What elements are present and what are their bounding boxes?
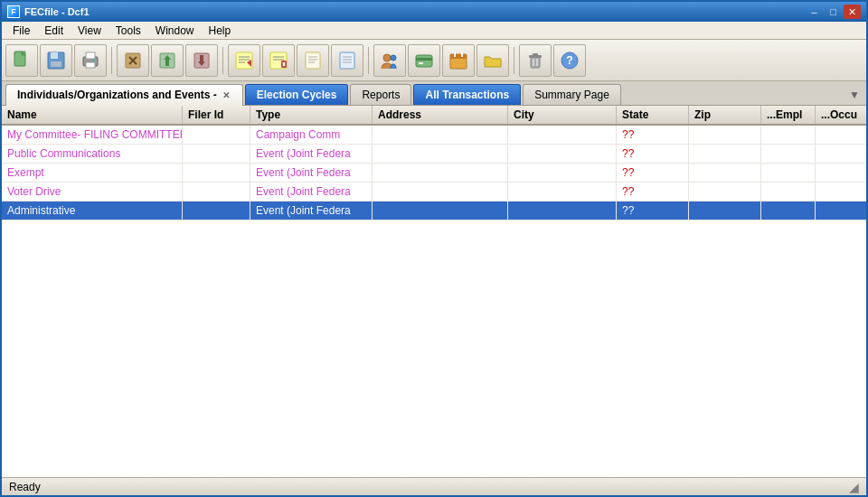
accounts-button[interactable] bbox=[408, 44, 440, 77]
window-title: FECfile - Dcf1 bbox=[24, 6, 90, 17]
tab-container: Individuals/Organizations and Events - ✕… bbox=[2, 81, 866, 106]
svg-point-8 bbox=[93, 59, 96, 61]
status-text: Ready bbox=[9, 481, 41, 493]
tab-individuals[interactable]: Individuals/Organizations and Events - ✕ bbox=[5, 84, 243, 106]
delete-button[interactable] bbox=[262, 44, 295, 77]
tab-summary-page[interactable]: Summary Page bbox=[523, 84, 621, 105]
cell-empl bbox=[761, 145, 816, 163]
col-header-empl[interactable]: ...Empl bbox=[761, 106, 816, 124]
svg-rect-14 bbox=[165, 60, 169, 66]
cell-address bbox=[373, 183, 508, 201]
table-header: Name Filer Id Type Address City State Zi… bbox=[2, 106, 866, 126]
table-row[interactable]: Exempt Event (Joint Federa ?? bbox=[2, 164, 866, 183]
svg-rect-29 bbox=[306, 52, 320, 69]
menu-window[interactable]: Window bbox=[148, 23, 202, 39]
contacts-button[interactable] bbox=[373, 44, 406, 77]
notes-button[interactable] bbox=[297, 44, 329, 77]
col-header-occu[interactable]: ...Occu bbox=[816, 106, 866, 124]
cell-address bbox=[373, 126, 508, 144]
calendar-button[interactable] bbox=[442, 44, 475, 77]
cell-name: Exempt bbox=[2, 164, 183, 182]
import-button[interactable] bbox=[151, 44, 184, 77]
edit-button[interactable] bbox=[228, 44, 260, 77]
tab-election-cycles[interactable]: Election Cycles bbox=[245, 84, 349, 105]
cut-button[interactable] bbox=[117, 44, 149, 77]
cell-state: ?? bbox=[617, 145, 689, 163]
cell-filer bbox=[183, 164, 250, 182]
print-button[interactable] bbox=[74, 44, 107, 77]
cell-name: Administrative bbox=[2, 202, 183, 220]
col-header-state[interactable]: State bbox=[617, 106, 689, 124]
menu-tools[interactable]: Tools bbox=[108, 23, 148, 39]
cell-empl bbox=[761, 183, 816, 201]
cell-filer bbox=[183, 202, 250, 220]
resize-grip[interactable]: ◢ bbox=[849, 480, 859, 494]
menu-edit[interactable]: Edit bbox=[37, 23, 71, 39]
cell-state: ?? bbox=[617, 202, 689, 220]
menu-view[interactable]: View bbox=[71, 23, 108, 39]
cell-city bbox=[508, 202, 617, 220]
tab-all-transactions[interactable]: All Transactions bbox=[413, 84, 521, 105]
col-header-type[interactable]: Type bbox=[250, 106, 373, 124]
cell-empl bbox=[761, 126, 816, 144]
tab-reports[interactable]: Reports bbox=[350, 84, 411, 105]
svg-rect-17 bbox=[200, 55, 203, 61]
cell-name: Voter Drive bbox=[2, 183, 183, 201]
svg-point-37 bbox=[383, 54, 391, 61]
col-header-zip[interactable]: Zip bbox=[689, 106, 761, 124]
cell-name: Public Communications bbox=[2, 145, 183, 163]
svg-rect-7 bbox=[86, 62, 95, 68]
title-bar: F FECfile - Dcf1 – □ ✕ bbox=[2, 2, 866, 22]
toolbar-separator-2 bbox=[222, 47, 223, 74]
cell-type: Event (Joint Federa bbox=[250, 202, 373, 220]
folder-button[interactable] bbox=[476, 44, 509, 77]
new-button[interactable] bbox=[5, 44, 38, 77]
table-row[interactable]: Public Communications Event (Joint Feder… bbox=[2, 145, 866, 164]
col-header-name[interactable]: Name bbox=[2, 106, 183, 124]
toolbar-separator-1 bbox=[111, 47, 112, 74]
cell-type: Campaign Comm bbox=[250, 126, 373, 144]
close-button[interactable]: ✕ bbox=[844, 5, 861, 19]
save-button[interactable] bbox=[40, 44, 72, 77]
toolbar-separator-4 bbox=[514, 47, 514, 74]
cell-address bbox=[373, 202, 508, 220]
table-row[interactable]: Voter Drive Event (Joint Federa ?? bbox=[2, 183, 866, 202]
svg-rect-43 bbox=[450, 54, 467, 59]
cell-address bbox=[373, 164, 508, 182]
svg-rect-48 bbox=[533, 53, 538, 56]
cell-occu bbox=[816, 183, 866, 201]
minimize-button[interactable]: – bbox=[806, 5, 823, 19]
cell-city bbox=[508, 183, 617, 201]
table-row[interactable]: My Committee- FILING COMMITTEE Campaign … bbox=[2, 126, 866, 145]
menu-file[interactable]: File bbox=[5, 23, 37, 39]
svg-rect-46 bbox=[531, 57, 540, 68]
help-button[interactable]: ? bbox=[553, 44, 586, 77]
col-header-city[interactable]: City bbox=[508, 106, 617, 124]
toolbar: ? bbox=[2, 40, 866, 81]
menu-help[interactable]: Help bbox=[202, 23, 239, 39]
tab-dropdown-button[interactable]: ▼ bbox=[846, 87, 863, 103]
cell-zip bbox=[689, 126, 761, 144]
svg-rect-3 bbox=[51, 52, 58, 59]
cell-zip bbox=[689, 183, 761, 201]
cell-state: ?? bbox=[617, 126, 689, 144]
svg-rect-33 bbox=[340, 52, 354, 69]
svg-rect-18 bbox=[236, 52, 252, 69]
cell-type: Event (Joint Federa bbox=[250, 145, 373, 163]
table-row[interactable]: Administrative Event (Joint Federa ?? bbox=[2, 202, 866, 220]
status-bar: Ready ◢ bbox=[2, 477, 866, 495]
transactions-button[interactable] bbox=[331, 44, 363, 77]
toolbar-separator-3 bbox=[368, 47, 369, 74]
tab-close-individuals[interactable]: ✕ bbox=[221, 90, 231, 100]
maximize-button[interactable]: □ bbox=[825, 5, 842, 19]
col-header-address[interactable]: Address bbox=[373, 106, 508, 124]
app-window: F FECfile - Dcf1 – □ ✕ File Edit View To… bbox=[0, 0, 868, 497]
svg-rect-4 bbox=[51, 61, 61, 67]
cell-occu bbox=[816, 202, 866, 220]
export-button[interactable] bbox=[185, 44, 218, 77]
title-controls: – □ ✕ bbox=[806, 5, 861, 19]
cell-empl bbox=[761, 202, 816, 220]
col-header-filer[interactable]: Filer Id bbox=[183, 106, 250, 124]
trash-button[interactable] bbox=[519, 44, 552, 77]
cell-zip bbox=[689, 164, 761, 182]
